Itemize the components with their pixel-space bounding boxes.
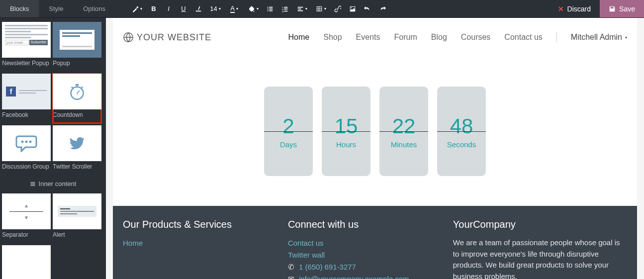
section-inner-content: Inner content	[2, 175, 104, 193]
editor-topbar: Blocks Style Options ▾ B I U 14▾ A▾ ▾ ▾ …	[0, 0, 644, 18]
nav-home[interactable]: Home	[288, 33, 310, 42]
nav-blog[interactable]: Blog	[431, 33, 447, 42]
nav-events[interactable]: Events	[356, 33, 380, 42]
nav-contact-us[interactable]: Contact us	[504, 33, 542, 42]
countdown-label: Days	[280, 140, 297, 149]
site-brand[interactable]: YOUR WEBSITE	[123, 32, 211, 43]
footer-link-contact[interactable]: Contact us	[288, 237, 433, 249]
list-icon	[30, 181, 36, 187]
block-facebook[interactable]: fFacebook	[2, 74, 51, 123]
clear-format-button[interactable]	[191, 3, 205, 15]
footer-phone[interactable]: 1 (650) 691-3277	[299, 261, 356, 273]
bold-button[interactable]: B	[147, 3, 161, 15]
block-popup[interactable]: Popup	[53, 22, 101, 72]
countdown-minutes: 22Minutes	[379, 87, 428, 176]
blocks-sidebar: your email...SubscribeNewsletter PopupPo…	[0, 18, 106, 279]
chevron-down-icon: ▾	[625, 35, 627, 40]
save-button[interactable]: Save	[600, 0, 644, 17]
nav-divider	[556, 32, 557, 42]
ul-button[interactable]	[263, 3, 277, 15]
sidebar-tabs: Blocks Style Options	[0, 0, 115, 17]
globe-icon	[123, 32, 134, 43]
bg-color-button[interactable]: ▾	[244, 3, 262, 15]
font-size-button[interactable]: 14▾	[206, 3, 224, 15]
save-icon	[609, 5, 616, 12]
email-icon: ✉	[288, 273, 295, 279]
nav-courses[interactable]: Courses	[461, 33, 491, 42]
italic-button[interactable]: I	[162, 3, 176, 15]
tab-options[interactable]: Options	[73, 0, 115, 17]
countdown-number: 15	[335, 114, 358, 138]
nav-forum[interactable]: Forum	[394, 33, 417, 42]
countdown-seconds: 48Seconds	[437, 87, 486, 176]
website-canvas: YOUR WEBSITE HomeShopEventsForumBlogCour…	[106, 18, 644, 279]
phone-icon: ✆	[288, 261, 295, 273]
block-discussion[interactable]: Discussion Group	[2, 125, 51, 175]
countdown-days: 2Days	[264, 87, 313, 176]
svg-point-7	[21, 141, 24, 143]
footer-link-twitter-wall[interactable]: Twitter wall	[288, 249, 433, 261]
block-newsletter[interactable]: your email...SubscribeNewsletter Popup	[2, 22, 51, 72]
tab-style[interactable]: Style	[39, 0, 73, 17]
footer-link-home[interactable]: Home	[123, 237, 268, 249]
countdown-label: Hours	[336, 140, 356, 149]
underline-button[interactable]: U	[177, 3, 190, 15]
countdown-label: Minutes	[391, 140, 417, 149]
block-alert[interactable]: Alert	[53, 193, 101, 243]
footer-email[interactable]: info@yourcompany.example.com	[299, 273, 409, 279]
countdown-number: 2	[282, 114, 294, 138]
format-toolbar: ▾ B I U 14▾ A▾ ▾ ▾ ▾	[128, 3, 549, 15]
svg-point-9	[29, 141, 32, 143]
block-label: Twitter Scroller	[53, 161, 101, 175]
footer-heading: YourCompany	[453, 219, 627, 230]
block-label: Separator	[2, 229, 51, 243]
countdown-number: 22	[392, 114, 416, 138]
footer-text: We are a team of passionate people whose…	[453, 237, 627, 279]
svg-text:7: 7	[76, 92, 78, 96]
block-label: Facebook	[2, 109, 51, 123]
block-separator[interactable]: ▲▼Separator	[2, 193, 51, 243]
discard-button[interactable]: ✕Discard	[549, 0, 600, 17]
footer-col-connect: Connect with us Contact us Twitter wall …	[288, 219, 433, 279]
footer-col-products: Our Products & Services Home	[123, 219, 268, 279]
user-menu[interactable]: Mitchell Admin▾	[571, 33, 627, 42]
svg-point-3	[71, 87, 73, 88]
footer-col-company: YourCompany We are a team of passionate …	[453, 219, 627, 279]
close-icon: ✕	[558, 5, 564, 13]
ol-button[interactable]	[278, 3, 292, 15]
countdown-block[interactable]: 2Days15Hours22Minutes48Seconds	[113, 57, 637, 206]
block-label: Alert	[53, 229, 101, 243]
svg-point-8	[25, 141, 28, 143]
countdown-number: 48	[450, 114, 473, 138]
svg-point-4	[81, 87, 83, 88]
tab-blocks[interactable]: Blocks	[0, 0, 39, 17]
image-button[interactable]	[346, 3, 360, 15]
footer-heading: Our Products & Services	[123, 219, 268, 230]
block-countdown[interactable]: 7Countdown	[53, 74, 101, 123]
table-button[interactable]: ▾	[312, 3, 330, 15]
link-button[interactable]	[331, 3, 345, 15]
countdown-hours: 15Hours	[322, 87, 370, 176]
nav-shop[interactable]: Shop	[323, 33, 342, 42]
footer-heading: Connect with us	[288, 219, 433, 230]
block-label: Discussion Group	[2, 161, 51, 175]
site-header: YOUR WEBSITE HomeShopEventsForumBlogCour…	[113, 18, 637, 57]
undo-button[interactable]	[361, 3, 374, 15]
block-label: Countdown	[53, 109, 101, 123]
svg-rect-1	[76, 84, 79, 86]
block-twitter[interactable]: Twitter Scroller	[53, 125, 101, 175]
site-footer: Our Products & Services Home Connect wit…	[113, 206, 637, 279]
block-label: Popup	[53, 58, 101, 72]
block-label: Newsletter Popup	[2, 58, 51, 72]
font-color-button[interactable]: A▾	[225, 3, 243, 15]
redo-button[interactable]	[375, 3, 389, 15]
countdown-label: Seconds	[447, 140, 476, 149]
align-button[interactable]: ▾	[293, 3, 311, 15]
magic-wand-button[interactable]: ▾	[128, 3, 146, 15]
